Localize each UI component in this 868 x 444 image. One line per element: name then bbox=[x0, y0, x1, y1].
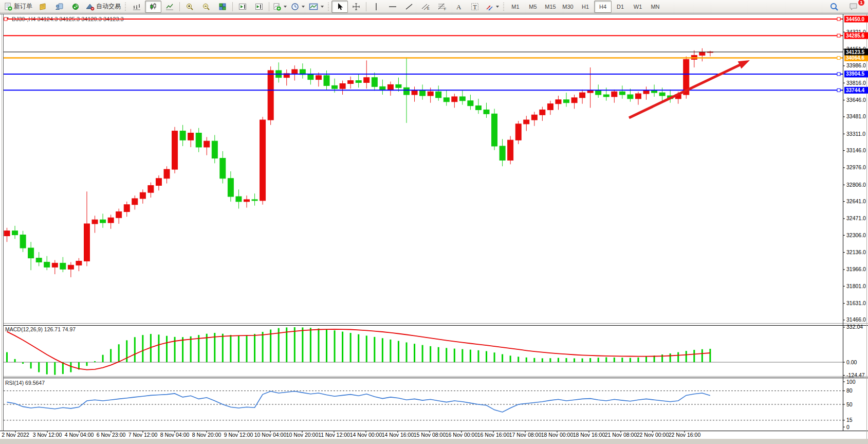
bar-chart-button[interactable] bbox=[128, 1, 145, 13]
svg-text:F: F bbox=[444, 7, 446, 11]
label-icon: T bbox=[471, 3, 479, 11]
tf-button-H4[interactable]: H4 bbox=[594, 1, 612, 13]
line-anchor-handle[interactable] bbox=[837, 34, 840, 37]
macd-histogram-bar bbox=[589, 358, 591, 362]
market-quotes-button[interactable] bbox=[34, 1, 51, 13]
rsi-axis-label: 50 bbox=[846, 401, 853, 407]
toolbar-separator bbox=[179, 2, 180, 11]
macd-histogram-bar bbox=[446, 348, 447, 362]
shapes-button[interactable] bbox=[483, 1, 501, 13]
price-tick-label: 32471.0 bbox=[846, 215, 866, 221]
chart-shift-button[interactable] bbox=[251, 1, 267, 13]
macd-histogram-bar bbox=[190, 336, 192, 362]
time-tick-label: 7 Nov 12:00 bbox=[128, 432, 158, 438]
news-icon bbox=[71, 3, 80, 11]
tf-button-MN[interactable]: MN bbox=[647, 1, 664, 13]
market-depth-button[interactable] bbox=[51, 1, 67, 13]
macd-histogram-bar bbox=[494, 352, 495, 362]
new-order-button[interactable]: 新订单 bbox=[2, 1, 34, 13]
candle-body bbox=[587, 91, 593, 93]
candle-body bbox=[619, 92, 625, 95]
tf-button-H1[interactable]: H1 bbox=[577, 1, 594, 13]
fibonacci-icon: F bbox=[437, 3, 447, 11]
chart-plot-area[interactable] bbox=[4, 14, 843, 323]
channel-button[interactable]: E bbox=[417, 1, 434, 13]
news-button[interactable] bbox=[67, 1, 84, 13]
candle-body bbox=[627, 95, 633, 99]
macd-histogram-bar bbox=[302, 327, 303, 362]
tf-button-M1[interactable]: M1 bbox=[507, 1, 524, 13]
candlestick-chart-button[interactable] bbox=[145, 1, 161, 13]
tf-button-D1[interactable]: D1 bbox=[612, 1, 629, 13]
macd-histogram-bar bbox=[38, 362, 40, 372]
label-button[interactable]: T bbox=[467, 1, 483, 13]
mt4-window: { "toolbar": { "new_order_label": "新订单",… bbox=[0, 0, 868, 444]
tf-button-M30[interactable]: M30 bbox=[559, 1, 577, 13]
cursor-button[interactable] bbox=[331, 1, 348, 13]
tile-windows-button[interactable] bbox=[214, 1, 231, 13]
candle-body bbox=[76, 261, 82, 265]
crosshair-button[interactable] bbox=[348, 1, 364, 13]
candle-body bbox=[148, 185, 154, 192]
chart-canvas[interactable]: DJ30-,H4 34124.3 34125.3 34120.3 34123.3… bbox=[0, 0, 868, 444]
candle-body bbox=[36, 258, 42, 262]
macd-histogram-bar bbox=[526, 358, 527, 362]
notification-badge: 1 bbox=[858, 0, 865, 6]
candle-body bbox=[44, 262, 50, 267]
candle-body bbox=[308, 75, 313, 80]
candle-body bbox=[212, 141, 217, 158]
line-chart-button[interactable] bbox=[161, 1, 178, 13]
fibonacci-button[interactable]: F bbox=[434, 1, 450, 13]
window-bottom-strip bbox=[0, 439, 868, 444]
line-anchor-handle[interactable] bbox=[837, 17, 840, 21]
price-label-text: 34450.0 bbox=[846, 16, 865, 22]
candle-body bbox=[92, 220, 98, 224]
macd-histogram-bar bbox=[390, 340, 391, 362]
zoom-out-button[interactable] bbox=[198, 1, 214, 13]
autotrading-button[interactable]: 自动交易 bbox=[84, 1, 123, 13]
tf-button-M15[interactable]: M15 bbox=[542, 1, 559, 13]
line-anchor-handle[interactable] bbox=[837, 73, 840, 76]
macd-histogram-bar bbox=[110, 349, 112, 362]
auto-scroll-button[interactable] bbox=[234, 1, 251, 13]
trendline-button[interactable] bbox=[401, 1, 417, 13]
price-tick-label: 33986.0 bbox=[846, 62, 866, 68]
candle-body bbox=[452, 97, 457, 102]
price-tick-label: 32136.0 bbox=[846, 249, 866, 255]
macd-histogram-bar bbox=[14, 359, 16, 362]
line-anchor-handle[interactable] bbox=[837, 57, 840, 60]
macd-histogram-bar bbox=[677, 352, 679, 362]
candle-body bbox=[180, 131, 186, 140]
time-tick-label: 8 Nov 20:00 bbox=[192, 432, 221, 438]
macd-histogram-bar bbox=[342, 332, 343, 362]
period-button[interactable] bbox=[289, 1, 307, 13]
tf-button-W1[interactable]: W1 bbox=[629, 1, 647, 13]
text-button[interactable]: A bbox=[450, 1, 467, 13]
line-chart-icon bbox=[165, 3, 174, 11]
notifications-button[interactable]: 1 bbox=[845, 1, 862, 13]
price-tick-label: 31801.0 bbox=[846, 283, 866, 289]
search-button[interactable] bbox=[826, 1, 842, 13]
tf-button-M5[interactable]: M5 bbox=[524, 1, 542, 13]
candle-body bbox=[316, 76, 321, 80]
price-tick-label: 32976.0 bbox=[846, 164, 866, 170]
macd-histogram-bar bbox=[414, 344, 415, 362]
add-indicator-button[interactable] bbox=[271, 1, 289, 13]
candle-body bbox=[172, 131, 178, 169]
candle-body bbox=[492, 114, 497, 146]
time-tick-label: 17 Nov 08:00 bbox=[509, 432, 542, 438]
macd-axis-label: -124.47 bbox=[846, 372, 865, 378]
price-tick-label: 31631.0 bbox=[846, 300, 866, 306]
line-anchor-handle[interactable] bbox=[837, 88, 840, 92]
horizontal-line-button[interactable] bbox=[384, 1, 401, 13]
zoom-in-button[interactable] bbox=[181, 1, 198, 13]
line-anchor-handle[interactable] bbox=[4, 17, 7, 21]
time-tick-label: 22 Nov 16:00 bbox=[669, 432, 701, 438]
candle-body bbox=[156, 179, 161, 186]
macd-histogram-bar bbox=[686, 351, 687, 362]
candle-body bbox=[444, 98, 449, 102]
candle-body bbox=[459, 97, 465, 101]
macd-histogram-bar bbox=[318, 328, 319, 362]
vertical-line-button[interactable] bbox=[368, 1, 384, 13]
template-button[interactable] bbox=[307, 1, 326, 13]
